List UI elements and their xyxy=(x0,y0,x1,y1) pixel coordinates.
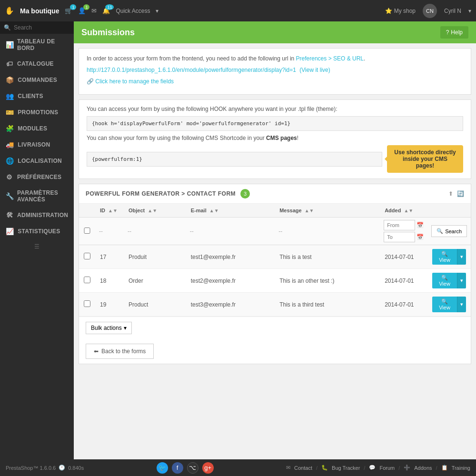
col-added: Added ▲▼ xyxy=(380,204,427,218)
sidebar-item-preferences[interactable]: ⚙ PRÉFÉRENCES xyxy=(0,169,74,185)
sidebar-item-statistiques[interactable]: 📈 STATISTIQUES xyxy=(0,223,74,239)
view-dropdown-3[interactable]: ▾ xyxy=(457,297,466,312)
sidebar-search-container: 🔍 xyxy=(0,21,74,34)
back-section: ⬅ Back to the forms xyxy=(79,339,471,364)
bell-icon[interactable]: 🔔 11 xyxy=(102,7,110,14)
twitter-icon[interactable]: 🐦 xyxy=(157,462,168,474)
cart-badge: 1 xyxy=(70,4,76,10)
sidebar-item-label: PROMOTIONS xyxy=(18,109,58,116)
bulk-actions-button[interactable]: Bulk actions ▾ xyxy=(86,322,132,334)
message-sort-arrows[interactable]: ▲▼ xyxy=(305,208,314,213)
user-dropdown-arrow[interactable]: ▾ xyxy=(468,8,471,14)
object-sort-arrows[interactable]: ▲▼ xyxy=(148,208,157,213)
search-button[interactable]: 🔍 Search xyxy=(431,225,467,237)
url-line: http://127.0.0.1/prestashop_1.6.1.0/en/m… xyxy=(87,66,463,74)
page-title: Submissions xyxy=(81,28,135,38)
back-to-forms-button[interactable]: ⬅ Back to the forms xyxy=(86,344,154,359)
cart-icon[interactable]: 🛒 1 xyxy=(65,7,72,14)
view-live-link[interactable]: (View it live) xyxy=(299,67,330,73)
filter-added-cell: 📅 📅 xyxy=(380,218,427,245)
facebook-icon[interactable]: f xyxy=(172,462,183,474)
date-to-input[interactable] xyxy=(384,232,415,242)
forum-link[interactable]: Forum xyxy=(379,465,395,471)
sidebar-item-parametres[interactable]: 🔧 PARAMÈTRES AVANCÉS xyxy=(0,185,74,207)
livraison-icon: 🚚 xyxy=(6,141,14,149)
sidebar-item-commandes[interactable]: 📦 COMMANDES xyxy=(0,72,74,88)
user-badge: 1 xyxy=(83,4,89,10)
contact-link[interactable]: Contact xyxy=(294,465,312,471)
stats-icon: 📈 xyxy=(6,228,14,235)
filter-object-cell: -- xyxy=(124,218,186,245)
addons-link[interactable]: Addons xyxy=(414,465,432,471)
user-icon[interactable]: 👤 1 xyxy=(78,7,86,14)
id-sort-arrows[interactable]: ▲▼ xyxy=(108,208,118,213)
sidebar-item-label: MODULES xyxy=(18,125,47,132)
row-2-check[interactable] xyxy=(84,277,90,283)
date-from-calendar-icon[interactable]: 📅 xyxy=(416,222,424,228)
col-message: Message ▲▼ xyxy=(275,204,380,218)
view-button-2[interactable]: 🔍 View xyxy=(432,273,457,288)
modules-icon: 🧩 xyxy=(6,125,14,132)
mail-icon[interactable]: ✉ xyxy=(91,7,97,14)
store-name[interactable]: Ma boutique xyxy=(20,7,59,15)
cms-description: You can show your form by using the foll… xyxy=(87,135,463,141)
view-dropdown-2[interactable]: ▾ xyxy=(457,273,466,288)
footer: PrestaShop™ 1.6.0.6 🕐 0.840s 🐦 f ⌥ g+ ✉ … xyxy=(0,459,476,476)
sidebar-item-administration[interactable]: 🛠 ADMINISTRATION xyxy=(0,207,74,223)
email-sort-arrows[interactable]: ▲▼ xyxy=(209,208,219,213)
filter-email-cell: -- xyxy=(186,218,275,245)
sidebar-item-localisation[interactable]: 🌐 LOCALISATION xyxy=(0,153,74,169)
sidebar-item-tableau-de-bord[interactable]: 📊 TABLEAU DE BORD xyxy=(0,34,74,56)
export-icon[interactable]: ⬆ xyxy=(448,190,453,197)
quick-access-link[interactable]: Quick Access xyxy=(116,8,150,14)
table-row: 18 Order test2@exemple.fr This is an oth… xyxy=(79,269,471,293)
avatar[interactable]: CN xyxy=(423,4,437,18)
addons-icon: ➕ xyxy=(404,465,410,471)
row-2-checkbox xyxy=(79,269,95,293)
row-1-check[interactable] xyxy=(84,253,90,259)
date-to-calendar-icon[interactable]: 📅 xyxy=(416,234,424,240)
select-all-checkbox[interactable] xyxy=(83,228,91,234)
sidebar-item-catalogue[interactable]: 🏷 CATALOGUE xyxy=(0,56,74,72)
mail-footer-icon: ✉ xyxy=(286,465,290,471)
training-link[interactable]: Training xyxy=(452,465,470,471)
added-sort-arrows[interactable]: ▲▼ xyxy=(404,208,413,213)
row-3-checkbox xyxy=(79,293,95,317)
view-dropdown-1[interactable]: ▾ xyxy=(457,249,466,265)
orders-icon: 📦 xyxy=(6,76,14,84)
sidebar-item-clients[interactable]: 👥 CLIENTS xyxy=(0,88,74,104)
sidebar-toggle-handle[interactable]: ☰ xyxy=(0,239,74,254)
preferences-icon: ⚙ xyxy=(6,173,13,181)
myshop-link[interactable]: ⭐ My shop xyxy=(385,8,416,14)
dashboard-icon: 📊 xyxy=(6,41,13,49)
row-3-check[interactable] xyxy=(84,300,90,307)
sidebar-item-promotions[interactable]: 🎫 PROMOTIONS xyxy=(0,104,74,120)
training-icon: 📋 xyxy=(441,465,448,471)
sidebar-search-input[interactable] xyxy=(14,24,70,31)
username[interactable]: Cyril N xyxy=(444,8,461,14)
footer-left: PrestaShop™ 1.6.0.6 🕐 0.840s xyxy=(6,465,84,471)
refresh-icon[interactable]: 🔄 xyxy=(457,190,464,197)
frontend-url-link[interactable]: http://127.0.0.1/prestashop_1.6.1.0/en/m… xyxy=(87,67,296,73)
google-icon[interactable]: g+ xyxy=(202,462,214,474)
bug-tracker-link[interactable]: Bug Tracker xyxy=(332,465,360,471)
help-icon: ? xyxy=(446,29,449,36)
row-1-object: Produit xyxy=(124,245,186,269)
sidebar-item-label: TABLEAU DE BORD xyxy=(17,38,68,51)
catalogue-icon: 🏷 xyxy=(6,60,13,68)
help-button[interactable]: ? Help xyxy=(440,26,468,39)
sidebar-item-label: CATALOGUE xyxy=(17,60,54,67)
clock-icon: 🕐 xyxy=(59,465,65,471)
table-header: POWERFUL FORM GENERATOR > CONTACT FORM 3… xyxy=(79,184,471,204)
info-box: In order to access your form from the fr… xyxy=(79,48,471,95)
seo-url-link[interactable]: Preferences > SEO & URL xyxy=(296,55,364,62)
quick-access-arrow: ▾ xyxy=(156,8,159,14)
github-icon[interactable]: ⌥ xyxy=(187,462,198,474)
view-button-3[interactable]: 🔍 View xyxy=(432,297,457,312)
sidebar-item-modules[interactable]: 🧩 MODULES xyxy=(0,120,74,137)
manage-fields-link[interactable]: 🔗 Click here to manage the fields xyxy=(87,78,174,85)
sidebar-item-livraison[interactable]: 🚚 LIVRAISON xyxy=(0,137,74,153)
view-button-1[interactable]: 🔍 View xyxy=(432,249,457,265)
date-from-input[interactable] xyxy=(384,220,415,230)
table-row: 19 Product test3@exemple.fr This is a th… xyxy=(79,293,471,317)
